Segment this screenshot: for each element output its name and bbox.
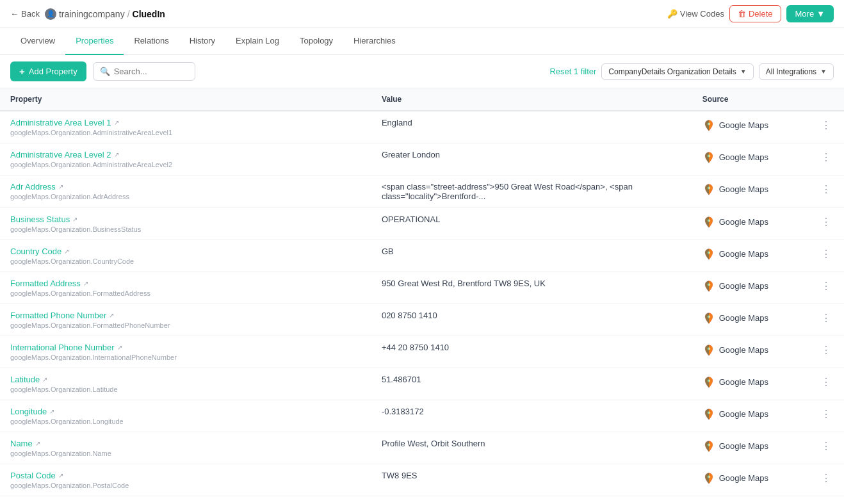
external-link-icon: ↗ <box>114 151 119 158</box>
chevron-down-icon: ▼ <box>816 9 825 19</box>
tab-overview[interactable]: Overview <box>10 28 65 55</box>
source-cell: Google Maps ⋮ <box>692 400 844 432</box>
row-more-button[interactable]: ⋮ <box>818 279 834 293</box>
property-name[interactable]: Formatted Phone Number ↗ <box>10 311 361 320</box>
external-link-icon: ↗ <box>42 376 47 383</box>
value-cell: Profile West, Orbit Southern <box>371 432 692 464</box>
search-icon: 🔍 <box>100 67 110 76</box>
table-row: Country Code ↗ googleMaps.Organization.C… <box>0 240 844 272</box>
table-row: Administrative Area Level 2 ↗ googleMaps… <box>0 143 844 175</box>
row-more-button[interactable]: ⋮ <box>818 439 834 453</box>
view-codes-button[interactable]: 🔑 View Codes <box>667 9 724 19</box>
source-cell: Google Maps ⋮ <box>692 272 844 304</box>
properties-table: Property Value Source Administrative Are… <box>0 88 844 504</box>
source-cell: Google Maps ⋮ <box>692 368 844 400</box>
source-cell: Google Maps ⋮ <box>692 304 844 336</box>
row-more-button[interactable]: ⋮ <box>818 118 834 133</box>
value-cell: Great West Rd <box>371 496 692 505</box>
property-name[interactable]: Postal Code ↗ <box>10 471 361 480</box>
source-info: Google Maps <box>702 151 768 164</box>
source-name: Google Maps <box>719 377 768 387</box>
value-cell: 51.486701 <box>371 368 692 400</box>
external-link-icon: ↗ <box>58 472 63 479</box>
property-name[interactable]: International Phone Number ↗ <box>10 343 361 352</box>
source-name: Google Maps <box>719 217 768 227</box>
row-more-button[interactable]: ⋮ <box>818 471 834 485</box>
property-value: 51.486701 <box>382 375 682 384</box>
top-nav-left: ← Back 👤 trainingcompany / CluedIn <box>10 8 165 20</box>
row-more-button[interactable]: ⋮ <box>818 407 834 421</box>
back-button[interactable]: ← Back <box>10 9 40 19</box>
property-value: Greater London <box>382 150 682 159</box>
property-value: GB <box>382 247 682 256</box>
reset-filter-button[interactable]: Reset 1 filter <box>549 67 596 76</box>
breadcrumb: 👤 trainingcompany / CluedIn <box>45 8 165 20</box>
property-cell: Country Code ↗ googleMaps.Organization.C… <box>0 240 371 272</box>
property-name[interactable]: Administrative Area Level 1 ↗ <box>10 118 361 127</box>
search-input[interactable] <box>114 67 188 76</box>
source-name: Google Maps <box>719 441 768 451</box>
tab-history[interactable]: History <box>179 28 225 55</box>
table-row: International Phone Number ↗ googleMaps.… <box>0 336 844 368</box>
property-cell: Street Name ↗ googleMaps.Organization.St… <box>0 496 371 505</box>
external-link-icon: ↗ <box>35 440 40 447</box>
property-name[interactable]: Adr Address ↗ <box>10 182 361 191</box>
tab-explain-log[interactable]: Explain Log <box>225 28 289 55</box>
property-name[interactable]: Latitude ↗ <box>10 375 361 384</box>
source-info: Google Maps <box>702 248 768 261</box>
tab-hierarchies[interactable]: Hierarchies <box>343 28 406 55</box>
more-button[interactable]: More ▼ <box>786 5 834 22</box>
property-value: Profile West, Orbit Southern <box>382 439 682 448</box>
external-link-icon: ↗ <box>83 280 88 287</box>
toolbar-right: Reset 1 filter CompanyDetails Organizati… <box>549 63 834 80</box>
delete-button[interactable]: 🗑 Delete <box>729 5 781 22</box>
google-maps-icon <box>702 151 715 164</box>
tab-relations[interactable]: Relations <box>124 28 179 55</box>
google-maps-icon <box>702 408 715 421</box>
property-name[interactable]: Country Code ↗ <box>10 247 361 256</box>
property-name[interactable]: Formatted Address ↗ <box>10 279 361 288</box>
source-name: Google Maps <box>719 120 768 130</box>
external-link-icon: ↗ <box>49 408 54 415</box>
property-name[interactable]: Longitude ↗ <box>10 407 361 416</box>
tab-topology[interactable]: Topology <box>289 28 343 55</box>
col-source: Source <box>692 88 844 111</box>
breadcrumb-separator: / <box>127 9 130 19</box>
google-maps-icon <box>702 376 715 389</box>
property-value: -0.3183172 <box>382 407 682 416</box>
property-name[interactable]: Business Status ↗ <box>10 215 361 224</box>
source-name: Google Maps <box>719 184 768 194</box>
source-cell: Google Maps ⋮ <box>692 432 844 464</box>
row-more-button[interactable]: ⋮ <box>818 182 834 197</box>
row-more-button[interactable]: ⋮ <box>818 343 834 357</box>
key-icon: 🔑 <box>667 9 678 19</box>
source-cell: Google Maps ⋮ <box>692 175 844 208</box>
value-cell: England <box>371 111 692 143</box>
property-name[interactable]: Name ↗ <box>10 439 361 448</box>
source-info: Google Maps <box>702 344 768 357</box>
row-more-button[interactable]: ⋮ <box>818 375 834 389</box>
filter-badge[interactable]: CompanyDetails Organization Details ▼ <box>601 63 753 80</box>
breadcrumb-company[interactable]: trainingcompany <box>59 9 125 19</box>
breadcrumb-current: CluedIn <box>133 9 165 19</box>
search-input-wrapper[interactable]: 🔍 <box>93 62 195 81</box>
property-name[interactable]: Administrative Area Level 2 ↗ <box>10 150 361 159</box>
row-more-button[interactable]: ⋮ <box>818 215 834 229</box>
google-maps-icon <box>702 183 715 196</box>
row-more-button[interactable]: ⋮ <box>818 311 834 325</box>
google-maps-icon <box>702 472 715 485</box>
property-cell: Postal Code ↗ googleMaps.Organization.Po… <box>0 464 371 496</box>
integration-select[interactable]: All Integrations ▼ <box>759 63 834 80</box>
property-cell: Longitude ↗ googleMaps.Organization.Long… <box>0 400 371 432</box>
property-value: +44 20 8750 1410 <box>382 343 682 352</box>
row-more-button[interactable]: ⋮ <box>818 150 834 165</box>
table-row: Administrative Area Level 1 ↗ googleMaps… <box>0 111 844 143</box>
property-key: googleMaps.Organization.Latitude <box>10 386 361 393</box>
row-more-button[interactable]: ⋮ <box>818 247 834 261</box>
integration-label: All Integrations <box>766 67 816 76</box>
property-value: OPERATIONAL <box>382 215 682 224</box>
source-info: Google Maps <box>702 216 768 229</box>
property-key: googleMaps.Organization.AdministrativeAr… <box>10 161 361 168</box>
add-property-button[interactable]: + Add Property <box>10 61 86 81</box>
tab-properties[interactable]: Properties <box>65 28 124 55</box>
